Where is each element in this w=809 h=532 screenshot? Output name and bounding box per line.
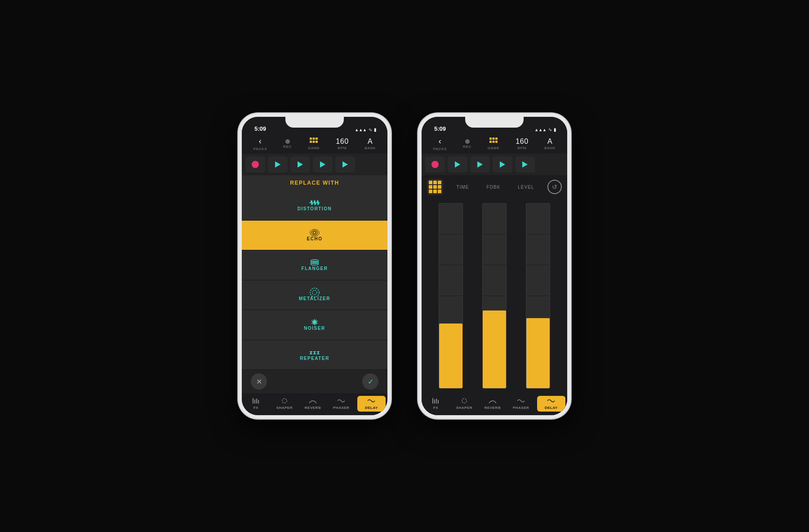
play-icon-2-right (477, 161, 483, 168)
play-icon-3-right (500, 161, 505, 168)
svg-rect-5 (316, 141, 318, 143)
reset-button[interactable]: ↺ (547, 180, 562, 194)
nav-bpm-left[interactable]: 160 BPM (336, 138, 348, 150)
cancel-button-left[interactable]: ✕ (251, 373, 267, 390)
distortion-icon (309, 199, 320, 206)
bank-value-left: A (368, 138, 373, 145)
svg-rect-27 (432, 398, 433, 403)
tab-fx-label-right: FX (433, 406, 438, 410)
shaper-tab-icon-right (461, 398, 468, 405)
svg-rect-22 (493, 137, 495, 140)
nav-bank-right[interactable]: A BANK (544, 138, 556, 150)
tab-fx-right[interactable]: FX (422, 396, 450, 412)
tab-delay-left[interactable]: DELAY (357, 396, 386, 412)
confirm-button-left[interactable]: ✓ (362, 373, 378, 390)
noiser-icon (309, 319, 320, 326)
record-button-right[interactable] (425, 156, 445, 173)
delay-grid-icon (427, 179, 443, 195)
svg-rect-2 (316, 137, 318, 140)
tab-shaper-left[interactable]: SHAPER (270, 396, 298, 412)
fdbk-slider-track (482, 203, 507, 389)
tab-reverb-right[interactable]: REVERB (478, 396, 507, 412)
bpm-label-right: BPM (518, 146, 527, 150)
grid-cell-1 (429, 181, 432, 184)
nav-rec-left[interactable]: REC (283, 139, 292, 149)
svg-point-11 (311, 263, 318, 265)
play-button-3-right[interactable] (493, 156, 512, 173)
tab-phaser-left[interactable]: PHASER (327, 396, 356, 412)
fx-item-repeater[interactable]: ⧗⧗⧗⧗ REPEATER (242, 340, 387, 370)
fx-list: DISTORTION ECHO FLANGER (242, 191, 387, 370)
nav-back-left[interactable]: ‹ PACKS (253, 137, 267, 151)
grid-cell-7 (429, 190, 432, 193)
tab-delay-right[interactable]: DELAY (537, 396, 565, 412)
reset-icon: ↺ (552, 183, 557, 191)
play-button-2-left[interactable] (290, 156, 310, 173)
fx-item-echo[interactable]: ECHO (242, 221, 387, 251)
svg-point-13 (312, 290, 317, 295)
play-icon-2-left (298, 161, 303, 168)
nav-rec-label-right: REC (463, 145, 471, 149)
svg-rect-29 (436, 399, 437, 403)
fx-item-distortion[interactable]: DISTORTION (242, 191, 387, 221)
play-button-3-left[interactable] (313, 156, 333, 173)
level-slider-fill (526, 318, 550, 388)
fdbk-slider[interactable] (481, 203, 508, 389)
svg-rect-1 (313, 137, 315, 140)
fx-name-repeater: REPEATER (300, 356, 329, 361)
fx-name-noiser: NOISER (304, 326, 325, 331)
svg-rect-28 (434, 399, 435, 403)
signal-icon-right: ▲▲▲ (534, 128, 547, 132)
fx-item-flanger[interactable]: FLANGER (242, 250, 387, 280)
game-icon-left (310, 137, 318, 145)
phaser-tab-icon-right (517, 398, 525, 405)
time-slider-fill (439, 324, 462, 388)
svg-rect-25 (493, 141, 495, 143)
svg-rect-24 (489, 141, 492, 143)
play-button-2-right[interactable] (470, 156, 490, 173)
flanger-icon (309, 259, 320, 266)
tab-shaper-label-left: SHAPER (276, 406, 293, 410)
bpm-value-right: 160 (516, 138, 528, 145)
tab-bar-left: FX SHAPER REVERB PHASER (242, 393, 387, 415)
svg-rect-23 (495, 137, 498, 140)
bpm-label-left: BPM (338, 146, 347, 150)
notch (285, 117, 344, 128)
record-button-left[interactable] (245, 156, 265, 173)
play-button-1-right[interactable] (448, 156, 467, 173)
bank-label-right: BANK (544, 146, 556, 150)
list-actions: ✕ ✓ (242, 370, 387, 393)
grid-cell-6 (438, 185, 441, 189)
transport-bar-left (242, 154, 387, 175)
fdbk-slider-fill (483, 310, 506, 388)
reverb-tab-icon-right (489, 398, 497, 405)
nav-rec-right[interactable]: REC (463, 139, 471, 149)
tab-fx-left[interactable]: FX (242, 396, 270, 412)
play-button-4-right[interactable] (515, 156, 535, 173)
status-icons-left: ▲▲▲ ∿ ▮ (355, 127, 377, 132)
nav-game-label-right: GAME (488, 146, 500, 150)
nav-bpm-right[interactable]: 160 BPM (516, 138, 528, 150)
time-slider[interactable] (437, 203, 464, 389)
svg-rect-26 (495, 141, 498, 143)
cancel-icon-left: ✕ (256, 377, 262, 386)
nav-back-right[interactable]: ‹ PACKS (433, 137, 447, 151)
nav-back-label-left: PACKS (253, 147, 267, 151)
play-button-1-left[interactable] (268, 156, 288, 173)
svg-rect-17 (254, 399, 255, 403)
fx-item-metalizer[interactable]: METALIZER (242, 280, 387, 310)
play-button-4-left[interactable] (335, 156, 355, 173)
nav-game-right[interactable]: GAME (488, 137, 500, 150)
tab-phaser-right[interactable]: PHASER (507, 396, 535, 412)
grid-cell-3 (438, 181, 441, 184)
nav-game-left[interactable]: GAME (308, 137, 320, 150)
tab-shaper-right[interactable]: SHAPER (450, 396, 478, 412)
fx-item-noiser[interactable]: NOISER (242, 310, 387, 340)
tab-reverb-left[interactable]: REVERB (298, 396, 327, 412)
time-label: TIME (457, 185, 469, 190)
svg-marker-14 (311, 319, 318, 326)
status-time-right: 5:09 (434, 125, 446, 132)
rec-dot-icon-right (465, 139, 470, 144)
nav-bank-left[interactable]: A BANK (364, 138, 376, 150)
level-slider[interactable] (525, 203, 551, 389)
